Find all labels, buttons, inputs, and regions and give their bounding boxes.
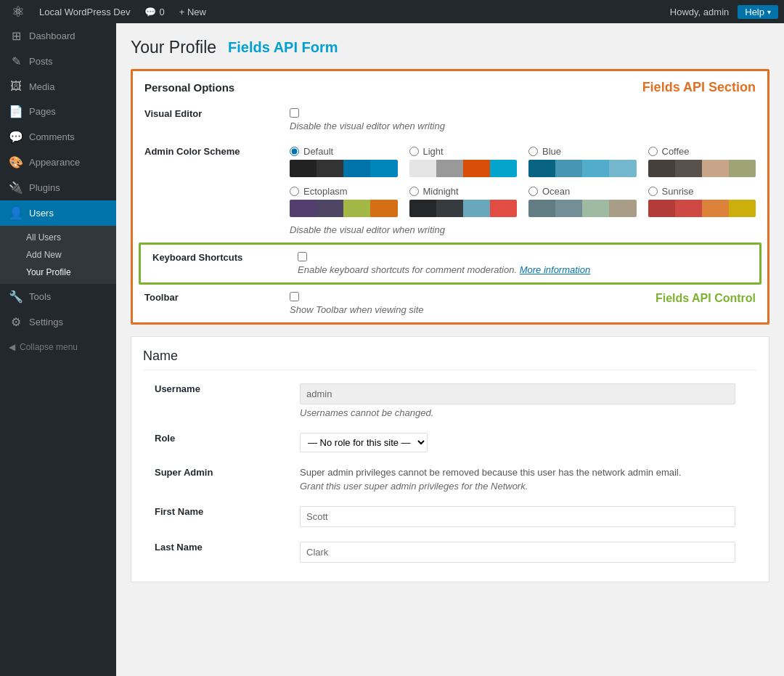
- swatch: [409, 200, 436, 217]
- swatch: [409, 160, 436, 177]
- swatch: [290, 160, 317, 177]
- swatch: [343, 160, 370, 177]
- keyboard-shortcuts-checkbox[interactable]: [298, 252, 307, 261]
- color-scheme-sunrise-radio[interactable]: [648, 187, 658, 196]
- color-scheme-ocean-label[interactable]: Ocean: [528, 186, 637, 197]
- personal-options-section: Personal Options Fields API Section Visu…: [131, 69, 769, 325]
- keyboard-shortcuts-section: Keyboard Shortcuts Enable keyboard short…: [139, 243, 761, 285]
- help-dropdown-icon: ▾: [767, 8, 771, 16]
- first-name-row: First Name: [143, 499, 757, 534]
- last-name-input[interactable]: [300, 542, 735, 563]
- collapse-menu-button[interactable]: ◀ Collapse menu: [0, 335, 116, 359]
- color-scheme-light-radio[interactable]: [409, 147, 419, 156]
- swatch: [729, 200, 756, 217]
- first-name-input[interactable]: [300, 506, 735, 527]
- color-swatches-ocean: [528, 200, 637, 217]
- swatch: [370, 160, 397, 177]
- submenu-add-new[interactable]: Add New: [0, 246, 116, 264]
- toolbar-checkbox[interactable]: [290, 292, 299, 301]
- site-name-text: Local WordPress Dev: [39, 7, 130, 17]
- swatch: [648, 200, 675, 217]
- wp-logo-icon: ⚛: [12, 3, 25, 20]
- main-content: Your Profile Fields API Form Personal Op…: [116, 23, 784, 676]
- swatch: [463, 200, 490, 217]
- visual-editor-row: Visual Editor Disable the visual editor …: [133, 101, 767, 139]
- role-select[interactable]: — No role for this site —: [300, 433, 428, 452]
- color-scheme-sunrise-label[interactable]: Sunrise: [648, 186, 756, 197]
- sidebar-item-label: Pages: [29, 106, 56, 117]
- username-input[interactable]: [300, 383, 735, 404]
- name-table: Username Usernames cannot be changed. Ro…: [143, 376, 757, 570]
- comments-item[interactable]: 💬 0: [139, 0, 170, 23]
- sidebar-item-settings[interactable]: ⚙ Settings: [0, 309, 116, 335]
- keyboard-shortcuts-checkbox-label[interactable]: [298, 252, 748, 261]
- toolbar-field: Show Toolbar when viewing site: [290, 292, 424, 315]
- color-scheme-light-label[interactable]: Light: [409, 146, 518, 157]
- sidebar-item-plugins[interactable]: 🔌 Plugins: [0, 175, 116, 200]
- sidebar-item-media[interactable]: 🖼 Media: [0, 74, 116, 99]
- toolbar-table: Toolbar Show Toolbar when viewing site F…: [133, 285, 767, 322]
- keyboard-shortcuts-more-info-link[interactable]: More information: [520, 264, 591, 275]
- name-section: Name Username Usernames cannot be change…: [131, 336, 769, 582]
- wp-logo-item[interactable]: ⚛: [6, 0, 30, 23]
- color-scheme-ectoplasm-label[interactable]: Ectoplasm: [290, 186, 398, 197]
- toolbar-row: Toolbar Show Toolbar when viewing site F…: [133, 285, 767, 322]
- color-scheme-note: Disable the visual editor when writing: [290, 224, 756, 235]
- swatch: [609, 200, 636, 217]
- color-scheme-row: Admin Color Scheme Default: [133, 139, 767, 243]
- sidebar-item-label: Posts: [29, 56, 53, 67]
- color-scheme-ectoplasm-radio[interactable]: [290, 187, 299, 196]
- swatch: [436, 200, 463, 217]
- keyboard-shortcuts-table: Keyboard Shortcuts Enable keyboard short…: [141, 245, 759, 282]
- toolbar-checkbox-label[interactable]: [290, 292, 424, 301]
- color-scheme-ocean-radio[interactable]: [528, 187, 538, 196]
- submenu-your-profile[interactable]: Your Profile: [0, 264, 116, 281]
- visual-editor-checkbox[interactable]: [290, 108, 299, 118]
- help-button[interactable]: Help ▾: [738, 5, 778, 19]
- sidebar-item-dashboard[interactable]: ⊞ Dashboard: [0, 23, 116, 49]
- sidebar-item-pages[interactable]: 📄 Pages: [0, 99, 116, 124]
- sidebar-item-label: Appearance: [29, 157, 80, 168]
- swatch: [490, 200, 517, 217]
- sidebar-item-tools[interactable]: 🔧 Tools: [0, 284, 116, 309]
- collapse-menu-label: Collapse menu: [20, 342, 78, 352]
- section-title: Personal Options: [144, 81, 234, 94]
- color-scheme-blue-label[interactable]: Blue: [528, 146, 637, 157]
- keyboard-shortcuts-label: Keyboard Shortcuts: [152, 252, 242, 263]
- name-heading: Name: [143, 337, 757, 370]
- swatch: [370, 200, 397, 217]
- new-content-item[interactable]: + New: [173, 0, 212, 23]
- sidebar-item-posts[interactable]: ✎ Posts: [0, 49, 116, 74]
- username-label: Username: [155, 383, 200, 394]
- swatch: [555, 160, 582, 177]
- color-scheme-ocean: Ocean: [528, 186, 637, 217]
- posts-icon: ✎: [9, 54, 23, 68]
- swatch: [609, 160, 636, 177]
- submenu-all-users[interactable]: All Users: [0, 229, 116, 246]
- color-scheme-coffee-label[interactable]: Coffee: [648, 146, 756, 157]
- sidebar-item-appearance[interactable]: 🎨 Appearance: [0, 150, 116, 175]
- sidebar-item-users[interactable]: 👤 Users: [0, 200, 116, 226]
- sidebar-item-comments[interactable]: 💬 Comments: [0, 124, 116, 150]
- username-row: Username Usernames cannot be changed.: [143, 376, 757, 425]
- sidebar-item-label: Settings: [29, 317, 63, 327]
- admin-menu: ⊞ Dashboard ✎ Posts 🖼 Media 📄 Pages 💬 Co…: [0, 23, 116, 676]
- color-scheme-default-label[interactable]: Default: [290, 146, 398, 157]
- color-scheme-midnight-label[interactable]: Midnight: [409, 186, 518, 197]
- users-arrow-icon: [113, 210, 116, 217]
- color-swatches-sunrise: [648, 200, 756, 217]
- first-name-label: First Name: [155, 506, 203, 517]
- color-scheme-blue-radio[interactable]: [528, 147, 538, 156]
- color-scheme-default-radio[interactable]: [290, 147, 299, 156]
- swatch: [675, 200, 702, 217]
- color-scheme-coffee-radio[interactable]: [648, 147, 658, 156]
- sidebar-item-label: Dashboard: [29, 30, 75, 41]
- sidebar-item-label: Comments: [29, 131, 75, 142]
- swatch: [582, 200, 609, 217]
- personal-options-table: Visual Editor Disable the visual editor …: [133, 101, 767, 243]
- media-icon: 🖼: [9, 80, 23, 93]
- super-admin-label: Super Admin: [155, 467, 213, 478]
- site-name-item[interactable]: Local WordPress Dev: [33, 0, 136, 23]
- visual-editor-checkbox-label[interactable]: [290, 108, 756, 118]
- color-scheme-midnight-radio[interactable]: [409, 187, 419, 196]
